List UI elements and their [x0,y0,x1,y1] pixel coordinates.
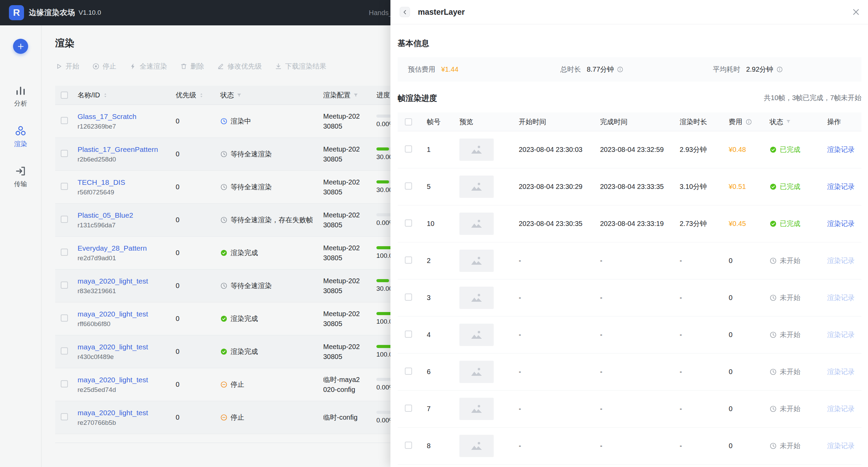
frame-render-duration: - [680,331,729,339]
frame-row: 8 - - - 0 未开始 渲染记录 [398,428,861,465]
frame-number: 8 [427,442,459,450]
row-checkbox[interactable] [405,442,412,449]
stat-average-time: 平均耗时 2.92分钟 [709,65,861,74]
select-all-frames-checkbox[interactable] [405,118,412,125]
frame-cost: 0 [729,405,770,413]
frame-row: 7 - - - 0 未开始 渲染记录 [398,391,861,428]
frame-status-icon [770,257,777,264]
frame-cost: 0 [729,331,770,339]
frame-preview-thumbnail[interactable] [459,435,494,457]
frame-start-time: - [519,405,600,413]
frame-preview-thumbnail[interactable] [459,361,494,383]
column-cost[interactable]: 费用 [729,117,770,127]
row-checkbox[interactable] [405,331,412,338]
column-start-time: 开始时间 [519,117,600,127]
stat-value: 8.77分钟 [587,65,614,74]
stat-estimated-cost: 预估费用 ¥1.44 [398,65,556,74]
info-icon[interactable] [776,66,783,73]
image-placeholder-icon [470,291,483,305]
frame-render-duration: - [680,368,729,376]
back-button[interactable] [400,7,410,17]
frames-table: 帧号 预览 开始时间 完成时间 渲染时长 费用 状态 操作 [398,112,861,465]
column-frame-status[interactable]: 状态 [770,117,827,127]
frame-start-time: - [519,331,600,339]
frame-start-time: - [519,442,600,450]
frame-cost: 0 [729,257,770,265]
frame-render-duration: 3.10分钟 [680,182,729,191]
filter-icon[interactable] [786,119,791,124]
frame-number: 5 [427,183,459,191]
frame-preview-thumbnail[interactable] [459,398,494,420]
frame-preview-thumbnail[interactable] [459,250,494,272]
frame-status-text: 未开始 [780,293,800,302]
frame-cost: ¥0.45 [729,220,770,228]
image-placeholder-icon [470,180,483,194]
frame-status-text: 未开始 [780,367,800,376]
render-record-link: 渲染记录 [827,294,855,301]
image-placeholder-icon [470,328,483,342]
row-checkbox[interactable] [405,256,412,264]
frame-end-time: 2023-08-04 23:33:35 [600,183,680,191]
image-placeholder-icon [470,402,483,416]
frame-end-time: 2023-08-04 23:33:19 [600,220,680,228]
frame-cost: 0 [729,368,770,376]
stat-label: 总时长 [560,65,581,74]
frame-start-time: 2023-08-04 23:30:29 [519,183,600,191]
frame-preview-thumbnail[interactable] [459,324,494,346]
frame-cost: ¥0.48 [729,146,770,154]
frame-preview-thumbnail[interactable] [459,213,494,235]
frame-number: 1 [427,146,459,154]
row-checkbox[interactable] [405,145,412,153]
drawer-title: masterLayer [418,8,465,17]
close-button[interactable] [852,8,860,16]
render-record-link[interactable]: 渲染记录 [827,183,855,190]
frame-number: 6 [427,368,459,376]
row-checkbox[interactable] [405,294,412,301]
frame-render-duration: - [680,442,729,450]
frame-start-time: 2023-08-04 23:30:35 [519,220,600,228]
app-window: R 边缘渲染农场 V1.10.0 Hands_ 分析 渲染 传输 渲染 开始 [0,0,868,467]
frame-preview-thumbnail[interactable] [459,139,494,161]
stat-label: 平均耗时 [713,65,740,74]
frame-start-time: - [519,368,600,376]
frame-preview-thumbnail[interactable] [459,176,494,198]
frame-preview-thumbnail[interactable] [459,287,494,309]
stat-value: 2.92分钟 [746,65,773,74]
row-checkbox[interactable] [405,182,412,190]
stats-bar: 预估费用 ¥1.44 总时长 8.77分钟 平均耗时 2.92分钟 [398,57,861,82]
frame-status-icon [770,220,777,227]
drawer-body: 基本信息 预估费用 ¥1.44 总时长 8.77分钟 平均耗时 2.92分钟 [390,24,868,465]
stat-total-duration: 总时长 8.77分钟 [556,65,709,74]
frame-status-icon [770,146,777,153]
frame-number: 2 [427,257,459,265]
render-record-link[interactable]: 渲染记录 [827,220,855,227]
info-icon[interactable] [617,66,623,73]
column-preview: 预览 [459,117,519,127]
column-label: 预览 [459,117,473,127]
row-checkbox[interactable] [405,219,412,227]
image-placeholder-icon [470,143,483,157]
frame-row: 4 - - - 0 未开始 渲染记录 [398,316,861,354]
info-icon[interactable] [746,119,752,125]
frame-number: 3 [427,294,459,302]
frame-row: 2 - - - 0 未开始 渲染记录 [398,242,861,279]
frame-cost: ¥0.51 [729,183,770,191]
image-placeholder-icon [470,254,483,268]
frame-end-time: 2023-08-04 23:32:59 [600,146,680,154]
chevron-left-icon [402,9,408,15]
row-checkbox[interactable] [405,368,412,375]
frame-start-time: - [519,294,600,302]
column-label: 操作 [827,117,841,127]
detail-drawer: masterLayer 基本信息 预估费用 ¥1.44 总时长 8.77分钟 平… [390,0,868,467]
frame-status-text: 未开始 [780,330,800,339]
column-frame: 帧号 [427,117,459,127]
frame-row: 1 2023-08-04 23:30:03 2023-08-04 23:32:5… [398,131,861,168]
frame-end-time: - [600,368,680,376]
render-record-link[interactable]: 渲染记录 [827,146,855,153]
frame-row: 6 - - - 0 未开始 渲染记录 [398,354,861,391]
frame-end-time: - [600,405,680,413]
row-checkbox[interactable] [405,405,412,412]
stat-value: ¥1.44 [441,65,458,73]
frame-status-text: 未开始 [780,256,800,265]
column-label: 费用 [729,117,742,127]
